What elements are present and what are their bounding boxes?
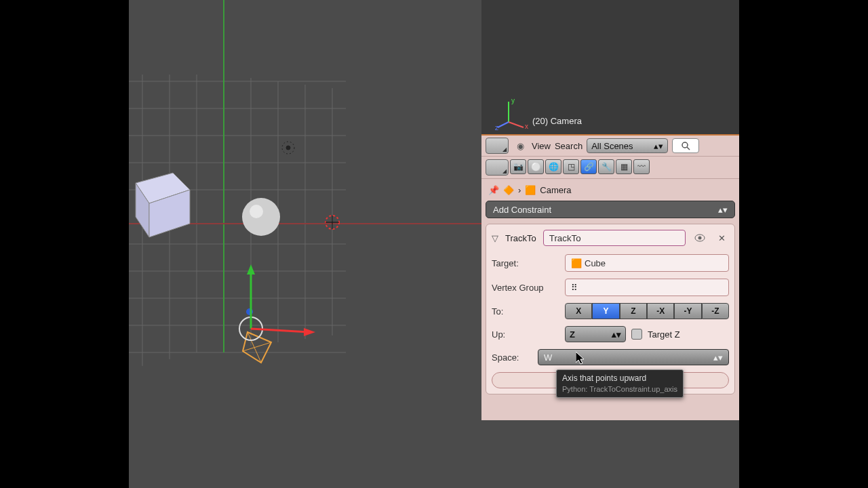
object-icon: 🔶	[503, 184, 514, 195]
tab-world[interactable]: 🌐	[545, 159, 561, 174]
scene-filter-select[interactable]: All Scenes ▴▾	[587, 138, 668, 153]
view-menu[interactable]: View	[532, 141, 551, 151]
svg-marker-21	[136, 183, 149, 237]
svg-marker-49	[576, 352, 584, 364]
camera-data-icon: 🟧	[525, 184, 536, 195]
lower-gray-area	[481, 420, 739, 488]
svg-point-26	[286, 146, 290, 150]
axis-neg-y[interactable]: -Y	[674, 303, 701, 319]
viewport-3d[interactable]	[129, 0, 481, 488]
add-constraint-dropdown[interactable]: Add Constraint ▴▾	[486, 201, 735, 218]
scene-filter-label: All Scenes	[591, 141, 633, 151]
space-label: Space:	[492, 352, 532, 363]
context-tabs: 📷 ⚪ 🌐 ◳ 🔗 🔧 ▦ 〰	[481, 157, 739, 179]
constraint-type-label: TrackTo	[505, 233, 536, 243]
tab-object[interactable]: ◳	[563, 159, 579, 174]
svg-point-25	[282, 142, 294, 154]
svg-text:y: y	[511, 97, 515, 104]
axis-neg-z[interactable]: -Z	[702, 303, 729, 319]
axis-indicator: y x z	[495, 96, 529, 130]
tab-modifiers[interactable]: 🔧	[598, 159, 614, 174]
editor-type-select[interactable]	[486, 138, 509, 154]
active-object-label: (20) Camera	[532, 116, 582, 126]
search-input[interactable]	[672, 138, 699, 153]
svg-point-34	[246, 308, 253, 315]
svg-point-45	[682, 142, 688, 148]
tab-constraints[interactable]: 🔗	[580, 159, 597, 174]
axis-neg-x[interactable]: -X	[647, 303, 674, 319]
3d-cursor	[326, 216, 339, 229]
transform-gizmo[interactable]	[239, 264, 315, 340]
svg-point-24	[250, 205, 263, 218]
tab-render[interactable]: 📷	[510, 159, 526, 174]
axis-y[interactable]: Y	[592, 303, 619, 319]
axis-z[interactable]: Z	[620, 303, 647, 319]
mesh-cube[interactable]	[136, 173, 190, 237]
up-label: Up:	[492, 329, 559, 340]
pin-icon[interactable]: 📌	[488, 184, 499, 195]
svg-marker-38	[304, 328, 315, 336]
datablock-path: 📌 🔶 › 🟧 Camera	[481, 179, 739, 201]
vertexgroup-input[interactable]: ⠿	[565, 279, 729, 296]
target-z-checkbox[interactable]	[631, 329, 642, 340]
tab-data[interactable]: ▦	[616, 159, 632, 174]
collapse-icon[interactable]: ◉	[513, 138, 528, 153]
svg-marker-22	[149, 190, 190, 237]
mouse-cursor	[576, 352, 585, 365]
vertexgroup-label: Vertex Group	[492, 283, 559, 293]
svg-line-43	[498, 122, 509, 127]
constraint-name-input[interactable]	[543, 230, 686, 246]
lamp-object[interactable]	[282, 142, 294, 154]
svg-point-33	[239, 317, 262, 340]
add-constraint-label: Add Constraint	[493, 205, 551, 215]
breadcrumb-object[interactable]: Camera	[540, 185, 571, 195]
vertexgroup-icon: ⠿	[571, 283, 578, 293]
svg-text:z: z	[495, 124, 498, 130]
properties-editor-select[interactable]	[486, 159, 509, 176]
outliner-header: ◉ View Search All Scenes ▴▾	[481, 136, 739, 157]
svg-line-46	[687, 147, 690, 150]
up-axis-select[interactable]: Z▴▾	[565, 326, 626, 342]
camera-object[interactable]	[243, 332, 271, 363]
cube-icon: 🟧	[571, 258, 582, 268]
secondary-viewport[interactable]: y x z (20) Camera	[481, 0, 739, 136]
tab-physics[interactable]: 〰	[633, 159, 650, 174]
svg-point-23	[242, 198, 280, 236]
tab-scene[interactable]: ⚪	[528, 159, 544, 174]
eye-icon[interactable]	[692, 230, 707, 245]
svg-marker-30	[243, 332, 271, 363]
svg-marker-36	[247, 264, 255, 274]
svg-text:x: x	[525, 123, 528, 130]
svg-line-37	[251, 329, 309, 332]
to-label: To:	[492, 306, 559, 317]
tooltip-text: Axis that points upward	[562, 373, 677, 384]
target-label: Target:	[492, 258, 559, 268]
collapse-toggle[interactable]: ▽	[492, 233, 498, 243]
svg-point-27	[326, 216, 339, 229]
svg-line-31	[248, 332, 261, 363]
tooltip-python: Python: TrackToConstraint.up_axis	[562, 384, 677, 394]
svg-point-48	[698, 237, 702, 240]
close-icon[interactable]: ✕	[714, 230, 729, 245]
target-input[interactable]: 🟧 Cube	[565, 254, 729, 272]
svg-line-32	[243, 342, 271, 351]
svg-line-41	[509, 122, 524, 127]
target-z-label: Target Z	[648, 329, 680, 340]
svg-marker-20	[136, 173, 190, 203]
space-select[interactable]: W▴▾	[538, 349, 729, 365]
mesh-sphere[interactable]	[242, 198, 280, 236]
tooltip: Axis that points upward Python: TrackToC…	[556, 369, 684, 398]
track-axis-buttons: X Y Z -X -Y -Z	[565, 303, 729, 319]
search-menu[interactable]: Search	[555, 141, 583, 151]
axis-x[interactable]: X	[565, 303, 592, 319]
